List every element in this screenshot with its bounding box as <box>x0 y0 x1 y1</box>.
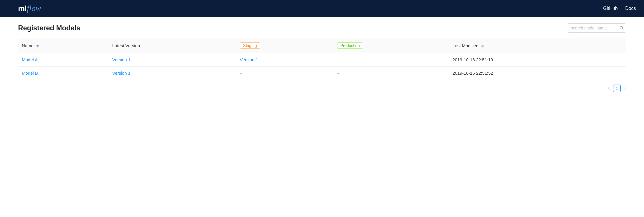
col-header-name-label: Name <box>22 43 34 48</box>
logo-ml: ml <box>18 4 27 13</box>
production-tag: Production <box>337 42 363 49</box>
page-head: Registered Models <box>18 23 626 33</box>
search-input[interactable] <box>568 23 626 33</box>
logo-flow: flow <box>27 4 41 13</box>
page-content: Registered Models Name Latest Version <box>0 17 644 92</box>
table-header-row: Name Latest Version Staging Production L <box>18 38 626 53</box>
caret-up-icon <box>481 45 484 46</box>
staging-version-link[interactable]: Version 1 <box>240 57 258 62</box>
caret-down-icon <box>36 46 39 48</box>
table-row: Model A Version 1 Version 1 – 2019-10-16… <box>18 53 626 66</box>
sort-icon <box>36 45 39 48</box>
svg-line-1 <box>622 29 624 30</box>
search-icon <box>620 26 624 30</box>
model-name-link[interactable]: Model B <box>22 71 38 76</box>
production-version: – <box>337 71 339 76</box>
models-table: Name Latest Version Staging Production L <box>18 38 626 80</box>
latest-version-link[interactable]: Version 1 <box>112 57 131 62</box>
sort-icon <box>481 45 484 48</box>
svg-point-0 <box>620 27 623 29</box>
caret-down-icon <box>481 46 484 48</box>
col-header-name[interactable]: Name <box>18 38 110 53</box>
col-header-latest-version[interactable]: Latest Version <box>109 38 237 53</box>
last-modified: 2019-10-16 22:51:52 <box>453 71 493 76</box>
latest-version-link[interactable]: Version 1 <box>112 71 131 76</box>
col-header-last-modified-label: Last Modified <box>453 43 478 48</box>
pagination-next[interactable] <box>624 86 626 91</box>
chevron-left-icon <box>608 86 610 90</box>
col-header-last-modified[interactable]: Last Modified <box>450 38 626 53</box>
docs-link[interactable]: Docs <box>625 6 636 11</box>
model-name-link[interactable]: Model A <box>22 57 38 62</box>
page-title: Registered Models <box>18 24 80 32</box>
col-header-staging[interactable]: Staging <box>237 38 334 53</box>
topbar: ml flow GitHub Docs <box>0 0 644 17</box>
nav-links: GitHub Docs <box>603 6 636 11</box>
col-header-latest-version-label: Latest Version <box>112 43 140 48</box>
pagination: 1 <box>18 85 626 92</box>
production-version: – <box>337 57 339 62</box>
search-wrap <box>568 23 626 33</box>
caret-up-icon <box>36 45 39 46</box>
staging-tag: Staging <box>240 42 260 49</box>
logo[interactable]: ml flow <box>18 4 41 13</box>
pagination-page[interactable]: 1 <box>613 85 621 92</box>
chevron-right-icon <box>624 86 626 90</box>
pagination-prev[interactable] <box>608 86 610 91</box>
col-header-production[interactable]: Production <box>334 38 450 53</box>
staging-version: – <box>240 71 242 76</box>
last-modified: 2019-10-16 22:51:19 <box>453 57 493 62</box>
table-row: Model B Version 1 – – 2019-10-16 22:51:5… <box>18 66 626 80</box>
github-link[interactable]: GitHub <box>603 6 618 11</box>
